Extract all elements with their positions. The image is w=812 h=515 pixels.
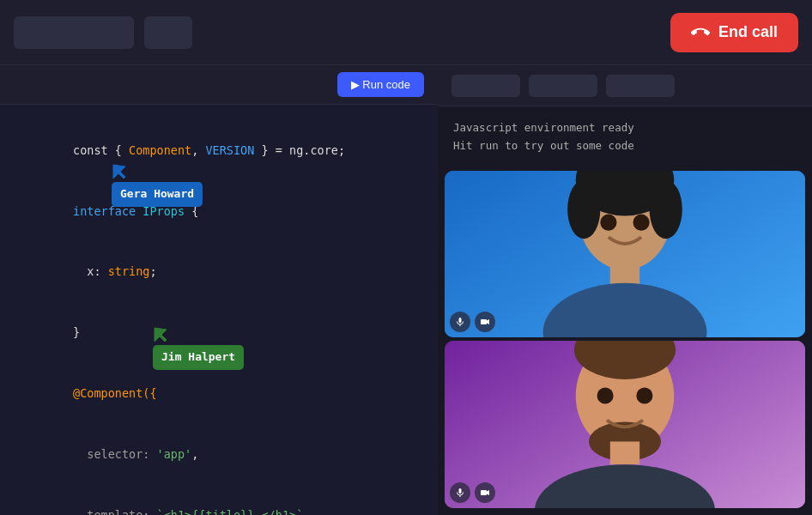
right-panel: Javascript environment ready Hit run to … [438,65,812,515]
right-top-bar [438,65,812,106]
svg-point-22 [636,388,652,404]
right-tab-2[interactable] [529,75,597,97]
avatar-jim-svg [445,341,805,508]
gera-mic-btn[interactable] [450,312,470,332]
svg-rect-23 [459,488,462,494]
cursor-jim: Jim Halpert [153,326,244,370]
video-controls-jim [450,482,495,503]
code-line-7: template: `<h1>{{title}} </h1>` [17,485,421,515]
jim-cam-btn[interactable] [475,482,495,503]
code-line-5: @Component({ [17,364,421,425]
top-bar-tab-2[interactable] [144,16,192,49]
jim-name-tag: Jim Halpert [153,345,244,370]
run-code-label: ▶ Run code [351,78,410,91]
cam-icon-2 [480,488,490,498]
mic-icon-2 [455,488,465,498]
code-line-1: const { Component, VERSION } = ng.core; [17,120,421,181]
gera-name-tag: Gera Howard [112,182,203,207]
cam-icon [480,317,490,327]
code-toolbar: ▶ Run code [0,65,438,105]
main-content: ▶ Run code const { Component, VERSION } … [0,65,812,515]
video-controls-gera [450,312,495,332]
top-bar-left [14,16,192,49]
svg-marker-26 [487,490,489,495]
run-code-button[interactable]: ▶ Run code [337,72,424,97]
svg-point-9 [600,214,616,230]
end-call-label: End call [718,23,778,41]
gera-cam-btn[interactable] [475,312,495,332]
video-card-jim [445,341,805,508]
top-bar: End call [0,0,812,65]
video-container [438,167,812,516]
svg-point-6 [650,179,682,239]
cursor-arrow-gera [112,163,127,180]
cursor-gera: Gera Howard [112,163,203,207]
mic-icon [455,317,465,327]
console-line-2: Hit run to try out some code [453,136,797,154]
console-line-1: Javascript environment ready [453,118,797,136]
top-bar-tab-1[interactable] [14,16,134,49]
svg-rect-19 [610,442,639,465]
svg-marker-1 [155,328,167,342]
right-tab-1[interactable] [451,75,520,97]
svg-rect-25 [481,490,487,495]
right-tab-3[interactable] [606,75,675,97]
code-line-6: selector: 'app', [17,424,421,485]
svg-marker-14 [487,319,489,324]
avatar-gera-svg [445,171,805,338]
svg-point-5 [567,179,600,239]
code-panel: ▶ Run code const { Component, VERSION } … [0,65,438,515]
svg-rect-11 [459,318,462,323]
video-card-gera [445,171,805,338]
svg-marker-0 [113,165,125,179]
code-line-2: interface IProps { [17,181,421,242]
svg-point-21 [597,388,614,404]
phone-icon [691,23,710,42]
code-area: const { Component, VERSION } = ng.core; … [0,105,438,515]
code-line-3: x: string; [17,242,421,303]
svg-rect-13 [481,319,487,324]
cursor-arrow-jim [153,326,168,343]
svg-point-10 [633,214,650,230]
jim-mic-btn[interactable] [450,482,470,503]
end-call-button[interactable]: End call [670,13,798,52]
console-output: Javascript environment ready Hit run to … [438,106,812,167]
